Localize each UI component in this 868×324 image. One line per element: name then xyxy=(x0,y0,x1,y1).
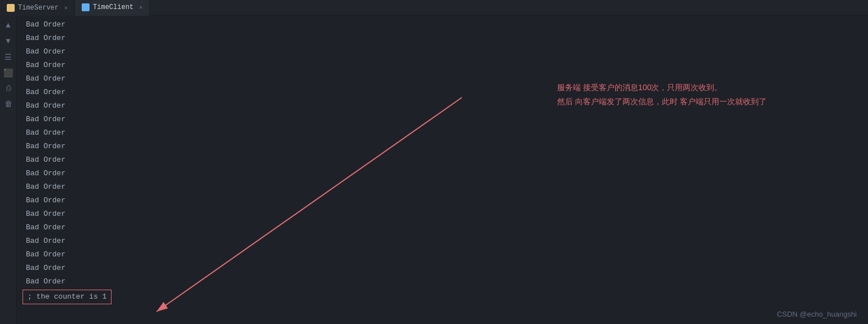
console-line: Bad Order xyxy=(17,180,868,194)
console-line: Bad Order xyxy=(17,167,868,180)
console-line: Bad Order xyxy=(17,261,868,275)
console-line: Bad Order xyxy=(17,140,868,153)
tab-timeserver-label: TimeServer xyxy=(18,4,59,12)
console-line: Bad Order xyxy=(17,153,868,167)
console-line: Bad Order xyxy=(17,275,868,289)
console-line: Bad Order xyxy=(17,18,868,32)
tab-bar: TimeServer ✕ TimeClient ✕ xyxy=(0,0,868,16)
counter-line: ; the counter is 1 xyxy=(23,290,112,304)
main-layout: ▲ ▼ ☰ ⬛ ⎙ 🗑 Bad Order Bad Order Bad Orde… xyxy=(0,16,868,324)
timeserver-file-icon xyxy=(7,4,15,12)
console-line: Bad Order xyxy=(17,32,868,45)
scroll-down-icon[interactable]: ▼ xyxy=(3,36,14,46)
timeclient-file-icon xyxy=(82,3,90,11)
stop-icon[interactable]: ⬛ xyxy=(3,68,14,78)
tab-timeclient-close[interactable]: ✕ xyxy=(139,4,143,11)
console-line: Bad Order xyxy=(17,126,868,140)
trash-icon[interactable]: 🗑 xyxy=(3,99,14,109)
console-line: Bad Order xyxy=(17,59,868,72)
console-line: Bad Order xyxy=(17,194,868,207)
scroll-up-icon[interactable]: ▲ xyxy=(3,20,14,30)
sidebar: ▲ ▼ ☰ ⬛ ⎙ 🗑 xyxy=(0,16,17,324)
watermark: CSDN @echo_huangshi xyxy=(777,310,857,318)
console-line: Bad Order xyxy=(17,72,868,86)
tab-timeclient[interactable]: TimeClient ✕ xyxy=(75,0,150,16)
console-line: Bad Order xyxy=(17,45,868,59)
tab-timeserver[interactable]: TimeServer ✕ xyxy=(0,0,75,16)
console-line: Bad Order xyxy=(17,207,868,221)
console-line: Bad Order xyxy=(17,86,868,99)
tab-timeclient-label: TimeClient xyxy=(93,3,133,11)
console-line: Bad Order xyxy=(17,234,868,248)
console-line: Bad Order xyxy=(17,221,868,234)
menu-icon[interactable]: ☰ xyxy=(3,52,14,62)
console-area: Bad Order Bad Order Bad Order Bad Order … xyxy=(17,16,868,324)
console-output: Bad Order Bad Order Bad Order Bad Order … xyxy=(17,18,868,289)
console-line: Bad Order xyxy=(17,113,868,126)
print-icon[interactable]: ⎙ xyxy=(3,83,14,94)
console-line: Bad Order xyxy=(17,248,868,261)
last-line-wrapper: ; the counter is 1 xyxy=(17,290,868,304)
tab-timeserver-close[interactable]: ✕ xyxy=(64,5,68,11)
console-line: Bad Order xyxy=(17,99,868,113)
